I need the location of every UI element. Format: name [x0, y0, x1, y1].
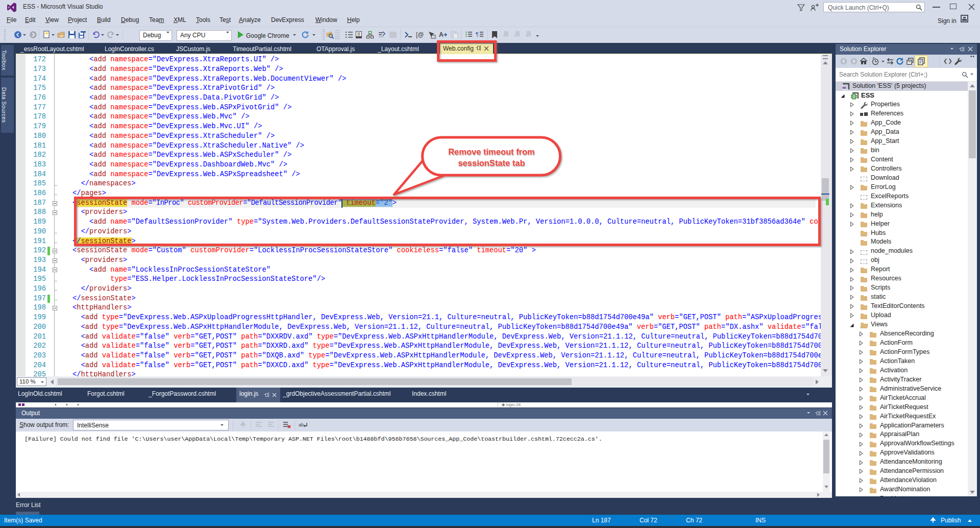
svg-text:∞: ∞: [842, 84, 846, 90]
